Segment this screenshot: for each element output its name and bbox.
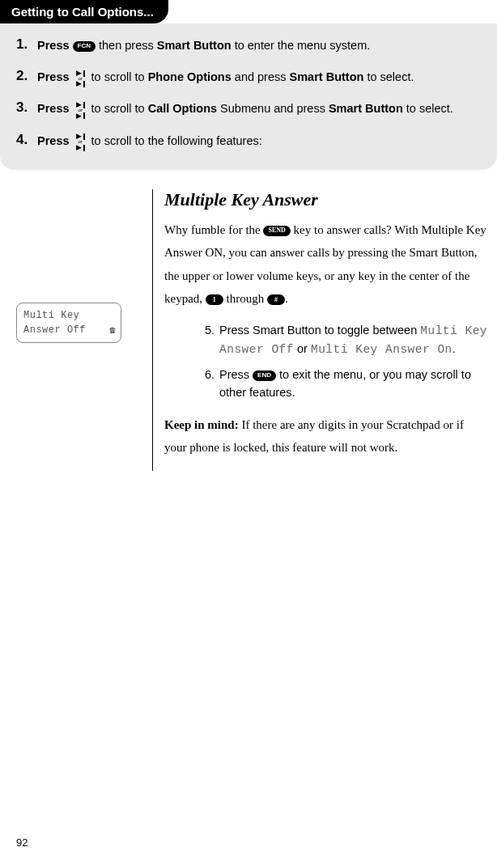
intro-paragraph: Why fumble for the SEND key to answer ca… bbox=[164, 218, 489, 311]
left-column: Multi Key Answer Off ☎ bbox=[16, 189, 146, 471]
sub-steps: 5. Press Smart Button to toggle between … bbox=[164, 322, 489, 402]
sub-step-5: 5. Press Smart Button to toggle between … bbox=[205, 322, 489, 359]
sub-step-6: 6. Press END to exit the menu, or you ma… bbox=[205, 366, 489, 402]
step-lead: Press bbox=[37, 39, 70, 52]
step-part: to scroll to bbox=[88, 102, 148, 115]
step-mid: and press bbox=[232, 70, 290, 83]
smart-button-label: Smart Button bbox=[329, 102, 403, 115]
step-part: to scroll to the following features: bbox=[88, 134, 262, 147]
intro-text-d: . bbox=[285, 292, 288, 305]
step-lead: Press bbox=[37, 134, 70, 147]
lcd-line-2: Answer Off bbox=[23, 323, 114, 337]
step-row: 3. Press ▶ or ▶ to scroll to Call Option… bbox=[16, 93, 481, 125]
smart-button-label: Smart Button bbox=[157, 39, 232, 52]
intro-text-c: through bbox=[223, 292, 267, 305]
step-lead: Press bbox=[37, 70, 70, 83]
step-row: 2. Press ▶ or ▶ to scroll to Phone Optio… bbox=[16, 61, 481, 93]
step-number: 1. bbox=[16, 36, 37, 53]
call-options-label: Call Options bbox=[148, 102, 217, 115]
smart-button-label: Smart Button bbox=[290, 70, 364, 83]
sub6-a: Press bbox=[219, 368, 253, 381]
phone-options-label: Phone Options bbox=[148, 70, 232, 83]
sub5-b: or bbox=[294, 342, 311, 355]
sub5-c: . bbox=[452, 342, 456, 355]
sub-step-text: Press Smart Button to toggle between Mul… bbox=[219, 322, 489, 359]
step-text: Press FCN then press Smart Button to ent… bbox=[37, 36, 481, 55]
page-number: 92 bbox=[16, 836, 28, 849]
header-title: Getting to Call Options... bbox=[11, 5, 154, 19]
step-row: 1. Press FCN then press Smart Button to … bbox=[16, 30, 481, 61]
scroll-up-down-icon: ▶ or ▶ bbox=[76, 133, 85, 151]
note-lead: Keep in mind: bbox=[164, 418, 239, 431]
step-text: Press ▶ or ▶ to scroll to Call Options S… bbox=[37, 100, 481, 118]
note-paragraph: Keep in mind: If there are any digits in… bbox=[164, 413, 489, 459]
header-tab: Getting to Call Options... bbox=[0, 0, 168, 23]
scroll-up-down-icon: ▶ or ▶ bbox=[76, 70, 85, 88]
content-row: Multi Key Answer Off ☎ Multiple Key Answ… bbox=[0, 189, 497, 471]
end-key-icon: END bbox=[253, 370, 276, 381]
intro-text-a: Why fumble for the bbox=[164, 223, 263, 236]
scroll-up-down-icon: ▶ or ▶ bbox=[76, 102, 85, 120]
vertical-divider bbox=[152, 189, 153, 471]
lcd-line-1: Multi Key bbox=[23, 308, 114, 323]
steps-box: 1. Press FCN then press Smart Button to … bbox=[0, 23, 497, 170]
right-column: Multiple Key Answer Why fumble for the S… bbox=[164, 189, 497, 471]
step-mid: Submenu and press bbox=[217, 102, 329, 115]
hash-key-icon: # bbox=[267, 294, 285, 305]
step-part: then press bbox=[96, 39, 157, 52]
step-number: 4. bbox=[16, 132, 37, 148]
fcn-key-icon: FCN bbox=[73, 41, 96, 52]
one-key-icon: 1 bbox=[206, 294, 223, 305]
step-part: to scroll to bbox=[88, 70, 148, 83]
step-number: 3. bbox=[16, 100, 37, 116]
step-tail: to enter the menu system. bbox=[232, 39, 371, 52]
step-text: Press ▶ or ▶ to scroll to Phone Options … bbox=[37, 68, 481, 87]
lcd-display: Multi Key Answer Off ☎ bbox=[16, 303, 121, 343]
section-title: Multiple Key Answer bbox=[164, 189, 489, 210]
phone-icon: ☎ bbox=[109, 324, 116, 338]
sub-step-number: 5. bbox=[205, 322, 219, 359]
step-text: Press ▶ or ▶ to scroll to the following … bbox=[37, 132, 481, 150]
sub5-a: Press Smart Button to toggle between bbox=[219, 324, 420, 337]
sub-step-number: 6. bbox=[205, 366, 219, 402]
step-tail: to select. bbox=[403, 102, 453, 115]
step-tail: to select. bbox=[363, 70, 414, 83]
send-key-icon: SEND bbox=[263, 226, 290, 236]
mono-text: Multi Key Answer On bbox=[311, 343, 452, 356]
sub-step-text: Press END to exit the menu, or you may s… bbox=[219, 366, 489, 402]
step-row: 4. Press ▶ or ▶ to scroll to the followi… bbox=[16, 125, 481, 157]
step-number: 2. bbox=[16, 68, 37, 84]
step-lead: Press bbox=[37, 102, 70, 115]
